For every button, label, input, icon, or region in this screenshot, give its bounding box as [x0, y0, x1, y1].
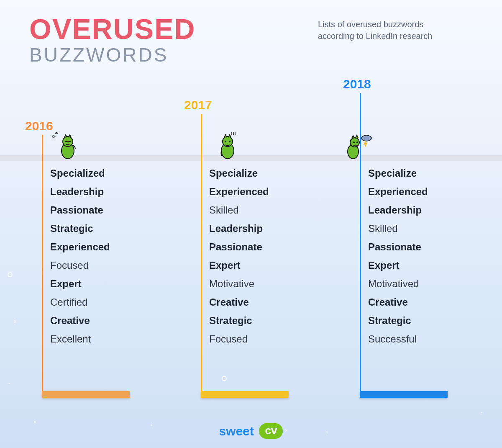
buzzword: Passionate	[50, 204, 110, 216]
buzzword: Successful	[368, 333, 428, 345]
buzzword: Creative	[50, 315, 110, 327]
svg-point-10	[361, 135, 371, 141]
buzzword: Skilled	[368, 223, 428, 234]
buzzword: Strategic	[368, 315, 428, 327]
year-label: 2017	[184, 98, 212, 112]
column-footbar	[201, 391, 289, 398]
brand-logo: sweet cv	[0, 423, 502, 439]
word-list: Specialized Leadership Passionate Strate…	[50, 167, 110, 345]
buzzword: Expert	[368, 260, 428, 271]
mascot-icon	[346, 133, 372, 160]
svg-point-5	[229, 141, 231, 142]
word-list: Specialize Experienced Skilled Leadershi…	[209, 167, 269, 345]
buzzword: Specialize	[209, 167, 269, 179]
logo-badge: cv	[259, 423, 283, 439]
buzzword: Strategic	[50, 223, 110, 234]
buzzword: Creative	[209, 296, 269, 308]
buzzword: Passionate	[209, 241, 269, 253]
buzzword: Leadership	[50, 186, 110, 198]
buzzword: Excellent	[50, 333, 110, 345]
buzzword: Experienced	[209, 186, 269, 198]
buzzword: Strategic	[209, 315, 269, 327]
svg-point-9	[356, 142, 358, 143]
svg-point-3	[223, 136, 233, 147]
buzzword: Specialized	[50, 167, 110, 179]
buzzword: Focused	[209, 333, 269, 345]
column-stem	[201, 114, 202, 391]
buzzword: Focused	[50, 260, 110, 271]
column-stem	[42, 135, 43, 391]
buzzword: Passionate	[368, 241, 428, 253]
word-list: Specialize Experienced Leadership Skille…	[368, 167, 428, 345]
year-label: 2016	[25, 119, 53, 133]
buzzword: Skilled	[209, 204, 269, 216]
buzzword: Leadership	[368, 204, 428, 216]
buzzword: Certified	[50, 296, 110, 308]
columns-wrap: 2016 Specialized Leadership Passionate S…	[0, 0, 502, 448]
svg-point-8	[353, 142, 355, 143]
buzzword: Expert	[50, 278, 110, 290]
buzzword: Specialize	[368, 167, 428, 179]
column-footbar	[360, 391, 448, 398]
logo-text: sweet	[219, 424, 254, 438]
buzzword: Motivatived	[368, 278, 428, 290]
buzzword: Motivative	[209, 278, 269, 290]
column-footbar	[42, 391, 130, 398]
buzzword: Experienced	[368, 186, 428, 198]
mascot-icon	[213, 133, 240, 160]
buzzword: Leadership	[209, 223, 269, 234]
buzzword: Expert	[209, 260, 269, 271]
mascot-icon	[54, 133, 81, 160]
buzzword: Experienced	[50, 241, 110, 253]
year-label: 2018	[343, 77, 371, 91]
buzzword: Creative	[368, 296, 428, 308]
svg-point-4	[225, 141, 226, 142]
